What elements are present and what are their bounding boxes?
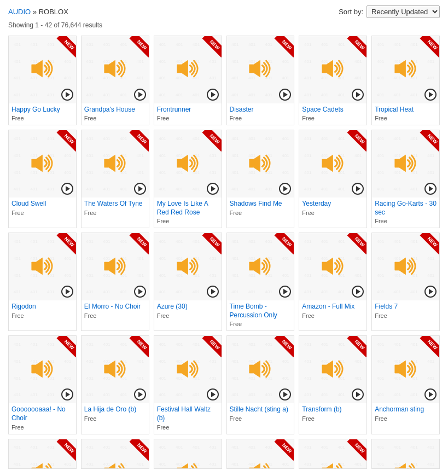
item-thumbnail: 4014014014014014014014014014014014014014…: [82, 336, 149, 403]
audio-item[interactable]: 4014014014014014014014014014014014014014…: [81, 335, 149, 434]
item-title[interactable]: My Love Is Like A Red Red Rose: [157, 200, 219, 217]
svg-marker-28: [322, 463, 333, 468]
audio-item[interactable]: 4014014014014014014014014014014014014014…: [154, 335, 222, 434]
item-title[interactable]: Transform (b): [302, 405, 364, 414]
svg-marker-22: [322, 361, 333, 378]
item-info: Cloud Swell Free: [9, 198, 76, 219]
svg-marker-16: [322, 258, 333, 275]
item-title[interactable]: El Morro - No Choir: [84, 303, 146, 311]
play-button[interactable]: [61, 286, 73, 298]
play-button[interactable]: [207, 89, 219, 101]
thumb-inner: [372, 439, 439, 469]
svg-marker-9: [249, 155, 260, 172]
new-ribbon: [340, 233, 366, 259]
item-price: Free: [157, 424, 219, 431]
play-button[interactable]: [61, 183, 73, 195]
audio-item[interactable]: 4014014014014014014014014014014014014014…: [371, 36, 440, 125]
sort-select[interactable]: Recently Updated Most Relevant Top Rated…: [366, 5, 440, 18]
audio-item[interactable]: 4014014014014014014014014014014014014014…: [226, 439, 295, 469]
audio-item[interactable]: 4014014014014014014014014014014014014014…: [154, 130, 222, 228]
audio-item[interactable]: 4014014014014014014014014014014014014014…: [81, 36, 149, 125]
audio-item[interactable]: 4014014014014014014014014014014014014014…: [81, 233, 149, 331]
item-price: Free: [84, 210, 146, 216]
item-title[interactable]: Time Bomb - Percussion Only: [230, 303, 292, 320]
svg-marker-29: [395, 463, 406, 468]
audio-item[interactable]: 4014014014014014014014014014014014014014…: [226, 130, 295, 228]
item-thumbnail: 4014014014014014014014014014014014014014…: [9, 36, 76, 103]
audio-item[interactable]: 4014014014014014014014014014014014014014…: [8, 36, 77, 125]
item-title[interactable]: Cloud Swell: [11, 200, 73, 208]
item-price: Free: [230, 321, 292, 327]
audio-item[interactable]: 4014014014014014014014014014014014014014…: [154, 36, 222, 125]
svg-marker-24: [32, 463, 43, 468]
audio-item[interactable]: 4014014014014014014014014014014014014014…: [371, 233, 440, 331]
item-title[interactable]: Shadows Find Me: [230, 200, 292, 208]
svg-marker-7: [104, 155, 115, 172]
audio-item[interactable]: 4014014014014014014014014014014014014014…: [299, 130, 367, 228]
new-ribbon: [195, 233, 222, 259]
audio-item[interactable]: 4014014014014014014014014014014014014014…: [8, 335, 77, 434]
item-title[interactable]: Disaster: [230, 106, 292, 114]
audio-item[interactable]: 4014014014014014014014014014014014014014…: [371, 439, 440, 469]
audio-item[interactable]: 4014014014014014014014014014014014014014…: [299, 36, 367, 125]
item-thumbnail: 4014014014014014014014014014014014014014…: [9, 336, 76, 403]
audio-item[interactable]: 4014014014014014014014014014014014014014…: [8, 439, 77, 469]
item-price: Free: [157, 115, 219, 121]
item-title[interactable]: Frontrunner: [157, 106, 219, 114]
play-button[interactable]: [352, 89, 364, 101]
play-button[interactable]: [134, 286, 146, 298]
audio-item[interactable]: 4014014014014014014014014014014014014014…: [154, 233, 222, 331]
item-title[interactable]: Racing Go-Karts - 30 sec: [375, 200, 437, 217]
item-title[interactable]: Festival Hall Waltz (b): [157, 405, 219, 422]
audio-item[interactable]: 4014014014014014014014014014014014014014…: [299, 233, 367, 331]
play-button[interactable]: [424, 89, 437, 101]
breadcrumb-audio[interactable]: AUDIO: [8, 8, 31, 16]
play-button[interactable]: [61, 388, 73, 400]
item-title[interactable]: Gooooooaaa! - No Choir: [11, 405, 73, 422]
play-button[interactable]: [279, 89, 291, 101]
item-title[interactable]: La Hija de Oro (b): [84, 405, 146, 414]
item-title[interactable]: Tropical Heat: [375, 106, 437, 114]
item-title[interactable]: Yesterday: [302, 200, 364, 208]
item-title[interactable]: Space Cadets: [302, 106, 364, 114]
play-button[interactable]: [134, 388, 146, 400]
new-ribbon: [413, 36, 439, 62]
item-title[interactable]: Anchorman sting: [375, 405, 437, 414]
audio-item[interactable]: 4014014014014014014014014014014014014014…: [299, 439, 367, 469]
audio-item[interactable]: 4014014014014014014014014014014014014014…: [226, 335, 295, 434]
item-title[interactable]: Amazon - Full Mix: [302, 303, 364, 311]
item-title[interactable]: Fields 7: [375, 303, 437, 311]
play-button[interactable]: [134, 183, 146, 195]
svg-marker-13: [104, 258, 115, 275]
audio-item[interactable]: 4014014014014014014014014014014014014014…: [81, 439, 149, 469]
item-title[interactable]: The Waters Of Tyne: [84, 200, 146, 208]
item-title[interactable]: Happy Go Lucky: [11, 106, 73, 114]
item-title[interactable]: Stille Nacht (sting a): [230, 405, 292, 414]
play-button[interactable]: [61, 89, 73, 101]
svg-marker-19: [104, 361, 115, 378]
audio-item[interactable]: 4014014014014014014014014014014014014014…: [154, 439, 222, 469]
item-title[interactable]: Grandpa's House: [84, 106, 146, 114]
play-button[interactable]: [134, 89, 146, 101]
item-title[interactable]: Azure (30): [157, 303, 219, 311]
svg-marker-14: [177, 258, 188, 275]
audio-item[interactable]: 4014014014014014014014014014014014014014…: [371, 335, 440, 434]
item-thumbnail: 4014014014014014014014014014014014014014…: [372, 336, 439, 403]
item-info: Amazon - Full Mix Free: [299, 300, 366, 322]
audio-item[interactable]: 4014014014014014014014014014014014014014…: [371, 130, 440, 228]
play-button[interactable]: [207, 183, 219, 195]
audio-item[interactable]: 4014014014014014014014014014014014014014…: [8, 130, 77, 228]
item-price: Free: [302, 415, 364, 422]
new-ribbon: [123, 130, 149, 156]
item-title[interactable]: Rigodon: [11, 303, 73, 311]
audio-item[interactable]: 4014014014014014014014014014014014014014…: [8, 233, 77, 331]
play-button[interactable]: [207, 388, 219, 400]
audio-item[interactable]: 4014014014014014014014014014014014014014…: [226, 36, 295, 125]
speaker-icon: [173, 460, 203, 469]
item-price: Free: [157, 312, 219, 319]
play-button[interactable]: [207, 286, 219, 298]
audio-item[interactable]: 4014014014014014014014014014014014014014…: [299, 335, 367, 434]
item-info: Fields 7 Free: [372, 300, 439, 322]
audio-item[interactable]: 4014014014014014014014014014014014014014…: [226, 233, 295, 331]
audio-item[interactable]: 4014014014014014014014014014014014014014…: [81, 130, 149, 228]
